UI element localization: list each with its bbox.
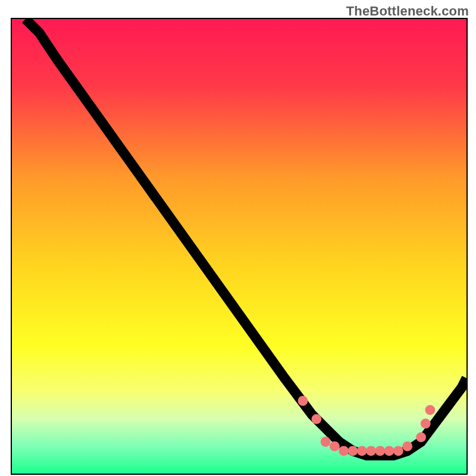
data-point <box>311 414 321 424</box>
data-point <box>384 446 394 456</box>
data-point <box>339 446 349 456</box>
data-point <box>375 446 385 456</box>
data-point <box>421 419 431 429</box>
data-point <box>366 446 376 456</box>
data-point <box>348 446 358 456</box>
chart-frame: TheBottleneck.com <box>0 0 476 476</box>
data-point <box>357 446 367 456</box>
data-point <box>298 396 308 406</box>
data-point <box>330 441 340 452</box>
plot-svg <box>12 19 466 474</box>
plot-area <box>11 18 468 475</box>
watermark-text: TheBottleneck.com <box>346 4 469 19</box>
data-point <box>416 432 426 442</box>
data-point <box>321 437 331 447</box>
data-point <box>425 405 435 415</box>
data-point <box>393 446 403 456</box>
data-point <box>402 441 412 452</box>
